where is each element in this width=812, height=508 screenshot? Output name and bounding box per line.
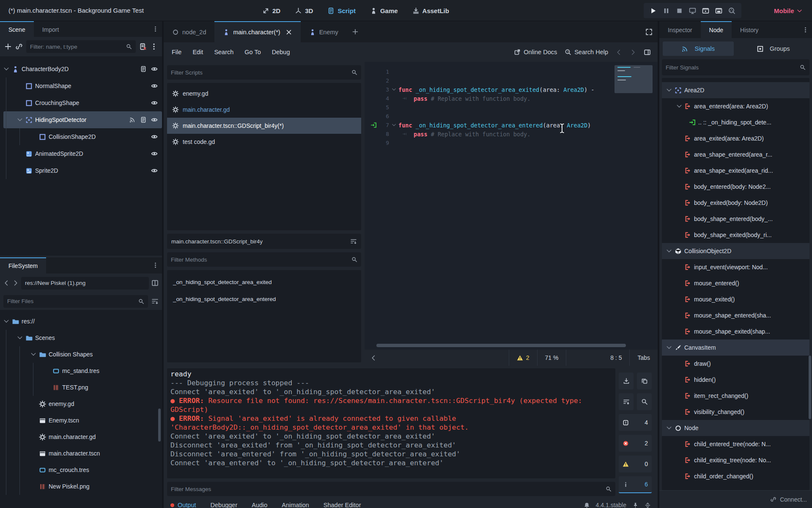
scene-tab-node-2d[interactable]: node_2d [164,21,214,42]
workspace-game[interactable]: Game [370,7,398,14]
attach-script-button[interactable] [139,43,147,50]
signal-mouse-exited-[interactable]: mouse_exited() [662,291,809,307]
file-new-piskel-png[interactable]: New Piskel.png [3,478,162,495]
signal-body-shape-entered-body-[interactable]: body_shape_entered(body_... [662,211,809,227]
file-res-[interactable]: res:// [3,313,162,330]
code-editor[interactable]: 123func _on_hiding_spot_detector_area_ex… [365,62,658,350]
scene-node-crouchingshape[interactable]: CrouchingShape [3,94,162,111]
waves-icon[interactable] [129,116,136,123]
pin-bottom-panel-icon[interactable] [632,502,639,508]
tab-signals[interactable]: Signals [663,41,734,56]
filter-scripts-input[interactable] [171,69,349,76]
filter-scripts-field[interactable] [167,65,361,80]
code-hscrollbar[interactable] [376,344,626,347]
eye-icon[interactable] [151,167,158,174]
scene-node-collisionshape2d[interactable]: CollisionShape2D [3,128,162,145]
fold-icon[interactable] [676,103,682,109]
scene-filter-field[interactable] [26,40,136,53]
play-movie-button[interactable] [702,7,709,14]
script-item-main-character-tscn-gdscript-bir4y-[interactable]: main.character.tscn::GDScript_bir4y(*) [167,118,361,134]
file-mc-stand-tres[interactable]: mc_stand.tres [3,363,162,379]
filter-signals-input[interactable] [666,64,797,71]
signal-child-order-changed-[interactable]: child_order_changed() [662,468,809,484]
method-_on_hiding_spot_detector_area_exited[interactable]: _on_hiding_spot_detector_area_exited [167,273,361,290]
history-back-icon[interactable] [3,280,10,286]
tab-filesystem[interactable]: FileSystem [0,257,46,273]
indent-mode[interactable]: Tabs [629,350,658,366]
signal-mouse-entered-[interactable]: mouse_entered() [662,275,809,291]
scene-tab-main-character-[interactable]: main.character(*) [214,21,300,42]
file-filter-field[interactable] [3,295,148,308]
filter-methods-input[interactable] [171,257,349,263]
scene-tab-Enemy[interactable]: Enemy [301,21,347,42]
dock-tab-history[interactable]: History [732,21,767,38]
signal-input-event-viewport-nod-[interactable]: input_event(viewport: Nod... [662,259,809,275]
bottom-tab-shader-editor[interactable]: Shader Editor [324,502,361,508]
fold-icon[interactable] [17,335,23,341]
menu-go-to[interactable]: Go To [239,49,266,55]
scene-dock-menu-icon[interactable] [152,26,159,32]
fold-icon[interactable] [17,117,23,123]
fold-icon[interactable] [392,87,396,92]
signal-body-shape-exited-body-ri-[interactable]: body_shape_exited(body_ri... [662,227,809,243]
warnings-count[interactable]: 2 [509,350,537,366]
tab-scene[interactable]: Scene [0,21,34,37]
dock-tab-node[interactable]: Node [701,21,732,38]
new-scene-tab-icon[interactable] [352,28,359,35]
workspace-script[interactable]: Script [327,7,356,14]
scene-node-characterbody2d[interactable]: CharacterBody2D [3,61,162,77]
script-icon[interactable] [140,66,147,72]
signal-body-exited-body-node2d-[interactable]: body_exited(body: Node2D) [662,195,809,211]
scene-tree-menu-icon[interactable] [150,43,158,50]
workspace-assetlib[interactable]: AssetLib [412,7,449,14]
current-path-field[interactable] [21,277,149,290]
menu-file[interactable]: File [166,49,187,55]
signal-area-exited-area-area2d-[interactable]: area_exited(area: Area2D) [662,130,809,146]
signal-item-rect-changed-[interactable]: item_rect_changed() [662,388,809,404]
remote-debug-button[interactable] [689,7,696,14]
zoom-level[interactable]: 71 % [537,350,566,366]
signal-draw-[interactable]: draw() [662,356,809,372]
scene-node-hidingspotdetector[interactable]: HidingSpotDetector [3,111,162,128]
scene-node-animatedsprite2d[interactable]: AnimatedSprite2D [3,145,162,162]
warnings-filter[interactable]: 0 [619,456,652,472]
menu-search[interactable]: Search [208,49,239,55]
filter-messages-input[interactable] [171,486,603,492]
node-dock-menu-icon[interactable] [802,27,809,33]
eye-icon[interactable] [151,116,158,123]
expand-bottom-panel-icon[interactable] [645,502,651,508]
history-forward-icon[interactable] [12,280,19,286]
signal-area-entered-area-area2d-[interactable]: area_entered(area: Area2D) [662,98,809,114]
filesystem-dock-menu-icon[interactable] [152,262,159,268]
sort-methods-icon[interactable] [350,238,357,245]
fold-icon[interactable] [3,66,9,72]
signal-class-area2d[interactable]: Area2D [662,82,809,98]
play-button[interactable] [650,7,657,14]
filter-methods-field[interactable] [167,252,361,267]
signal-connection[interactable]: .. :: _on_hiding_spot_dete... [662,114,809,130]
fold-icon[interactable] [666,345,672,351]
bottom-tab-debugger[interactable]: Debugger [211,502,238,508]
file-collision-shapes[interactable]: Collision Shapes [3,346,162,363]
current-script-name[interactable]: main.character.tscn::GDScript_bir4y [167,234,361,249]
errors-filter[interactable]: 2 [619,435,652,452]
code-minimap[interactable] [614,65,653,93]
signal-hidden-[interactable]: hidden() [662,372,809,388]
add-node-button[interactable] [4,43,12,50]
menu-edit[interactable]: Edit [187,49,208,55]
split-view-icon[interactable] [151,279,159,287]
file-main-character-tscn[interactable]: main.character.tscn [3,445,162,462]
script-forward-icon[interactable] [630,49,636,55]
script-icon[interactable] [140,116,147,123]
file-enemy-tscn[interactable]: Enemy.tscn [3,412,162,429]
fold-icon[interactable] [666,425,672,431]
info-filter[interactable]: 6 [619,476,652,493]
collapse-scripts-panel-icon[interactable] [370,355,377,361]
collapse-duplicates-button[interactable] [619,393,634,410]
signal-class-collisionobject2d[interactable]: CollisionObject2D [662,243,809,259]
cursor-position[interactable]: 8 : 5 [566,350,629,366]
filter-signals-field[interactable] [662,59,809,75]
scene-node-sprite2d[interactable]: Sprite2D [3,162,162,179]
eye-icon[interactable] [151,99,158,106]
run-profile-dropdown[interactable]: Mobile [774,0,802,21]
